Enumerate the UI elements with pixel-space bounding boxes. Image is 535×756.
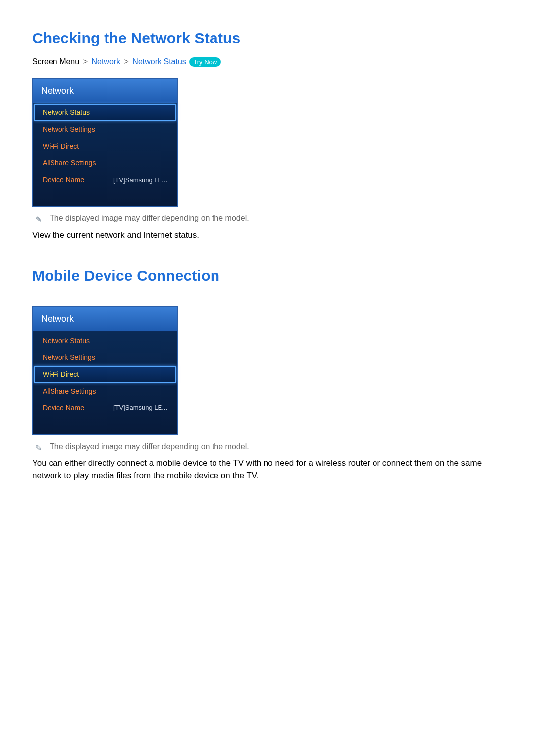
note-row-2: ✎ The displayed image may differ dependi… bbox=[35, 442, 503, 453]
menu-item-allshare-settings-2[interactable]: AllShare Settings bbox=[34, 383, 176, 400]
menu-item-label: Wi-Fi Direct bbox=[43, 370, 79, 378]
menu-item-network-settings-2[interactable]: Network Settings bbox=[34, 349, 176, 366]
menu-item-label: Device Name bbox=[43, 404, 84, 412]
menu-item-device-name[interactable]: Device Name [TV]Samsung LE... bbox=[34, 171, 176, 188]
menu-item-network-status[interactable]: Network Status bbox=[34, 104, 176, 121]
breadcrumb-prefix: Screen Menu bbox=[32, 57, 79, 66]
menu-item-label: Network Settings bbox=[43, 125, 95, 133]
breadcrumb-link-network-status[interactable]: Network Status bbox=[132, 57, 186, 66]
menu-item-label: Device Name bbox=[43, 176, 84, 184]
try-now-badge[interactable]: Try Now bbox=[189, 57, 221, 67]
pencil-icon: ✎ bbox=[35, 215, 42, 224]
section1-heading: Checking the Network Status bbox=[32, 30, 503, 47]
menu-panel-2-body: Network Status Network Settings Wi-Fi Di… bbox=[33, 332, 177, 434]
pencil-icon: ✎ bbox=[35, 443, 42, 453]
menu-item-label: AllShare Settings bbox=[43, 387, 96, 395]
menu-item-wifi-direct-2[interactable]: Wi-Fi Direct bbox=[34, 366, 176, 383]
menu-item-wifi-direct[interactable]: Wi-Fi Direct bbox=[34, 138, 176, 154]
menu-item-value: [TV]Samsung LE... bbox=[113, 404, 167, 411]
section2-body-text: You can either directly connect a mobile… bbox=[32, 457, 503, 482]
note-text-2: The displayed image may differ depending… bbox=[50, 442, 249, 451]
menu-item-label: Wi-Fi Direct bbox=[43, 142, 79, 150]
menu-item-network-settings[interactable]: Network Settings bbox=[34, 121, 176, 138]
menu-item-label: Network Status bbox=[43, 337, 90, 345]
menu-item-label: Network Settings bbox=[43, 353, 95, 361]
menu-item-allshare-settings[interactable]: AllShare Settings bbox=[34, 154, 176, 171]
section2-heading: Mobile Device Connection bbox=[32, 267, 503, 284]
menu-item-label: Network Status bbox=[43, 108, 90, 116]
menu-panel-1-body: Network Status Network Settings Wi-Fi Di… bbox=[33, 103, 177, 206]
menu-panel-2: Network Network Status Network Settings … bbox=[32, 306, 178, 435]
breadcrumb-sep1: > bbox=[82, 57, 89, 66]
menu-panel-1: Network Network Status Network Settings … bbox=[32, 78, 178, 207]
breadcrumb: Screen Menu > Network > Network Status T… bbox=[32, 57, 503, 67]
menu-item-network-status-2[interactable]: Network Status bbox=[34, 332, 176, 349]
menu-item-label: AllShare Settings bbox=[43, 159, 96, 167]
section1-body-text: View the current network and Internet st… bbox=[32, 229, 503, 242]
menu-panel-1-title: Network bbox=[33, 79, 177, 103]
breadcrumb-link-network[interactable]: Network bbox=[91, 57, 120, 66]
note-text-1: The displayed image may differ depending… bbox=[50, 214, 249, 223]
menu-item-value: [TV]Samsung LE... bbox=[113, 176, 167, 184]
menu-panel-2-title: Network bbox=[33, 307, 177, 332]
breadcrumb-sep2: > bbox=[123, 57, 130, 66]
note-row-1: ✎ The displayed image may differ dependi… bbox=[35, 214, 503, 224]
menu-item-device-name-2[interactable]: Device Name [TV]Samsung LE... bbox=[34, 400, 176, 416]
